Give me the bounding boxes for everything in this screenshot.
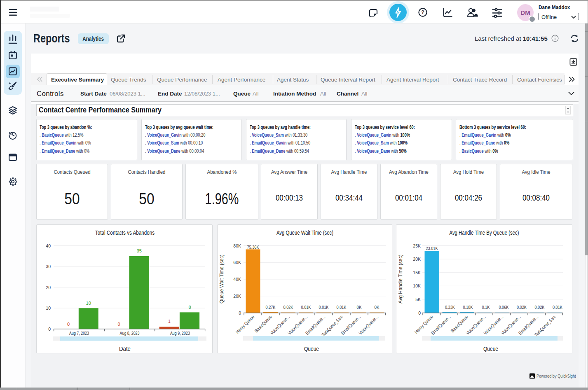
svg-text:30: 30 xyxy=(46,264,51,269)
svg-text:25K: 25K xyxy=(413,243,421,248)
svg-text:15K: 15K xyxy=(413,270,421,275)
svg-text:20K: 20K xyxy=(233,294,241,299)
svg-text:8: 8 xyxy=(188,305,191,310)
svg-text:Queue Wait Time (sec): Queue Wait Time (sec) xyxy=(218,255,225,304)
svg-text:0.18K: 0.18K xyxy=(463,305,473,310)
svg-text:0.01K: 0.01K xyxy=(319,305,329,310)
svg-text:Queue: Queue xyxy=(483,346,498,352)
svg-text:0: 0 xyxy=(67,322,70,327)
svg-text:0.1K: 0.1K xyxy=(482,305,490,310)
svg-text:23.01K: 23.01K xyxy=(426,246,438,251)
svg-text:Avg Handle Time By Queue (sec): Avg Handle Time By Queue (sec) xyxy=(450,229,519,236)
svg-text:20K: 20K xyxy=(413,257,421,262)
svg-text:0.01K: 0.01K xyxy=(337,305,347,310)
svg-text:0: 0 xyxy=(239,311,241,315)
svg-text:0.01K: 0.01K xyxy=(553,305,563,310)
svg-text:0K: 0K xyxy=(357,305,362,310)
svg-text:80K: 80K xyxy=(233,243,241,248)
svg-text:Aug 8, 2023: Aug 8, 2023 xyxy=(120,331,140,336)
svg-text:35: 35 xyxy=(137,248,142,253)
svg-text:Avg Handle Time (sec): Avg Handle Time (sec) xyxy=(397,255,403,304)
svg-text:40K: 40K xyxy=(233,277,241,282)
svg-text:0.02K: 0.02K xyxy=(283,305,294,310)
svg-text:Henry Queue: Henry Queue xyxy=(235,314,255,334)
svg-text:10: 10 xyxy=(86,301,91,306)
svg-text:?: ? xyxy=(421,9,424,15)
svg-text:0.02K: 0.02K xyxy=(517,305,527,310)
svg-text:40: 40 xyxy=(46,243,51,248)
svg-text:0.06K: 0.06K xyxy=(499,305,509,310)
svg-text:10: 10 xyxy=(46,306,51,311)
svg-text:0.02K: 0.02K xyxy=(534,305,545,310)
svg-text:0.33K: 0.33K xyxy=(445,305,455,310)
svg-text:5K: 5K xyxy=(415,297,421,302)
svg-text:0.27K: 0.27K xyxy=(266,305,276,310)
svg-text:0: 0 xyxy=(418,311,421,315)
svg-text:60K: 60K xyxy=(233,260,241,265)
svg-text:Aug 9, 2023: Aug 9, 2023 xyxy=(170,331,190,336)
svg-text:75.36K: 75.36K xyxy=(247,245,260,250)
svg-text:1: 1 xyxy=(168,319,171,324)
svg-text:Aug 7, 2023: Aug 7, 2023 xyxy=(69,331,89,336)
svg-text:BasicQueue: BasicQueue xyxy=(254,314,273,334)
svg-text:10K: 10K xyxy=(413,283,421,288)
svg-text:Total Contacts vs Abandons: Total Contacts vs Abandons xyxy=(95,229,155,236)
svg-text:0K: 0K xyxy=(375,305,380,310)
svg-text:20: 20 xyxy=(46,285,51,290)
svg-text:0: 0 xyxy=(48,327,51,332)
svg-text:Queue: Queue xyxy=(304,346,319,352)
svg-text:Avg Queue Wait Time (sec): Avg Queue Wait Time (sec) xyxy=(276,229,333,236)
svg-text:0: 0 xyxy=(117,322,120,327)
svg-text:0.01K: 0.01K xyxy=(301,305,312,310)
svg-text:Date: Date xyxy=(119,346,131,352)
